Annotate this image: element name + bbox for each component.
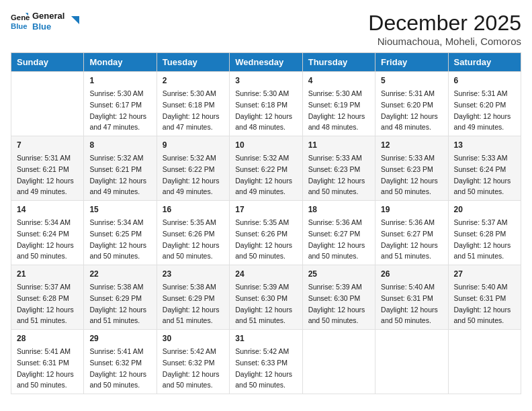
- week-row-1: 1Sunrise: 5:30 AM Sunset: 6:17 PM Daylig…: [11, 72, 521, 136]
- day-info: Sunrise: 5:41 AM Sunset: 6:32 PM Dayligh…: [89, 347, 146, 389]
- day-number: 8: [89, 139, 150, 151]
- day-info: Sunrise: 5:31 AM Sunset: 6:20 PM Dayligh…: [381, 89, 438, 131]
- day-number: 26: [381, 268, 442, 280]
- col-header-friday: Friday: [375, 53, 448, 72]
- day-number: 17: [235, 203, 296, 216]
- day-cell: 18Sunrise: 5:36 AM Sunset: 6:27 PM Dayli…: [302, 201, 375, 265]
- day-cell: 6Sunrise: 5:31 AM Sunset: 6:20 PM Daylig…: [448, 72, 521, 136]
- day-info: Sunrise: 5:36 AM Sunset: 6:27 PM Dayligh…: [381, 218, 438, 260]
- day-number: 12: [381, 139, 442, 151]
- day-cell: 20Sunrise: 5:37 AM Sunset: 6:28 PM Dayli…: [448, 201, 521, 265]
- day-cell: 27Sunrise: 5:40 AM Sunset: 6:31 PM Dayli…: [448, 265, 521, 330]
- day-info: Sunrise: 5:30 AM Sunset: 6:17 PM Dayligh…: [89, 89, 146, 131]
- day-cell: 30Sunrise: 5:42 AM Sunset: 6:32 PM Dayli…: [157, 330, 229, 394]
- col-header-tuesday: Tuesday: [157, 53, 229, 72]
- day-cell: 13Sunrise: 5:33 AM Sunset: 6:24 PM Dayli…: [448, 136, 521, 201]
- day-cell: 1Sunrise: 5:30 AM Sunset: 6:17 PM Daylig…: [84, 72, 157, 136]
- day-cell: 15Sunrise: 5:34 AM Sunset: 6:25 PM Dayli…: [84, 201, 157, 265]
- day-cell: 4Sunrise: 5:30 AM Sunset: 6:19 PM Daylig…: [302, 72, 375, 136]
- day-info: Sunrise: 5:32 AM Sunset: 6:21 PM Dayligh…: [89, 154, 146, 195]
- day-cell: 22Sunrise: 5:38 AM Sunset: 6:29 PM Dayli…: [84, 265, 157, 330]
- calendar-title: December 2025: [368, 11, 521, 36]
- day-info: Sunrise: 5:30 AM Sunset: 6:19 PM Dayligh…: [308, 89, 365, 131]
- day-cell: 8Sunrise: 5:32 AM Sunset: 6:21 PM Daylig…: [84, 136, 157, 201]
- day-info: Sunrise: 5:33 AM Sunset: 6:23 PM Dayligh…: [308, 154, 365, 195]
- day-info: Sunrise: 5:35 AM Sunset: 6:26 PM Dayligh…: [163, 218, 220, 260]
- day-info: Sunrise: 5:40 AM Sunset: 6:31 PM Dayligh…: [454, 283, 511, 324]
- day-cell: 31Sunrise: 5:42 AM Sunset: 6:33 PM Dayli…: [230, 330, 302, 394]
- day-cell: 23Sunrise: 5:38 AM Sunset: 6:29 PM Dayli…: [157, 265, 229, 330]
- day-number: 4: [308, 75, 369, 87]
- day-cell: 14Sunrise: 5:34 AM Sunset: 6:24 PM Dayli…: [11, 201, 84, 265]
- day-number: 31: [235, 332, 296, 345]
- day-info: Sunrise: 5:41 AM Sunset: 6:31 PM Dayligh…: [17, 347, 74, 389]
- day-cell: 17Sunrise: 5:35 AM Sunset: 6:26 PM Dayli…: [230, 201, 302, 265]
- day-number: 18: [308, 203, 369, 216]
- day-number: 11: [308, 139, 369, 151]
- week-row-4: 21Sunrise: 5:37 AM Sunset: 6:28 PM Dayli…: [11, 265, 521, 330]
- day-info: Sunrise: 5:36 AM Sunset: 6:27 PM Dayligh…: [308, 218, 365, 260]
- day-number: 15: [89, 203, 150, 216]
- day-number: 1: [89, 75, 150, 87]
- day-cell: 28Sunrise: 5:41 AM Sunset: 6:31 PM Dayli…: [11, 330, 84, 394]
- day-cell: [448, 330, 521, 394]
- day-cell: 19Sunrise: 5:36 AM Sunset: 6:27 PM Dayli…: [375, 201, 448, 265]
- day-cell: 12Sunrise: 5:33 AM Sunset: 6:23 PM Dayli…: [375, 136, 448, 201]
- day-number: 21: [17, 268, 78, 280]
- page-header: General Blue General Blue December 2025 …: [11, 11, 521, 47]
- week-row-2: 7Sunrise: 5:31 AM Sunset: 6:21 PM Daylig…: [11, 136, 521, 201]
- day-info: Sunrise: 5:32 AM Sunset: 6:22 PM Dayligh…: [163, 154, 220, 195]
- day-info: Sunrise: 5:37 AM Sunset: 6:28 PM Dayligh…: [454, 218, 511, 260]
- week-row-3: 14Sunrise: 5:34 AM Sunset: 6:24 PM Dayli…: [11, 201, 521, 265]
- day-cell: 10Sunrise: 5:32 AM Sunset: 6:22 PM Dayli…: [230, 136, 302, 201]
- week-row-5: 28Sunrise: 5:41 AM Sunset: 6:31 PM Dayli…: [11, 330, 521, 394]
- day-cell: 21Sunrise: 5:37 AM Sunset: 6:28 PM Dayli…: [11, 265, 84, 330]
- day-info: Sunrise: 5:33 AM Sunset: 6:23 PM Dayligh…: [381, 154, 438, 195]
- day-cell: 29Sunrise: 5:41 AM Sunset: 6:32 PM Dayli…: [84, 330, 157, 394]
- day-info: Sunrise: 5:31 AM Sunset: 6:20 PM Dayligh…: [454, 89, 511, 131]
- day-number: 7: [17, 139, 78, 151]
- day-number: 14: [17, 203, 78, 216]
- col-header-monday: Monday: [84, 53, 157, 72]
- day-number: 25: [308, 268, 369, 280]
- svg-marker-3: [71, 16, 79, 24]
- col-header-saturday: Saturday: [448, 53, 521, 72]
- day-info: Sunrise: 5:37 AM Sunset: 6:28 PM Dayligh…: [17, 283, 74, 324]
- day-info: Sunrise: 5:42 AM Sunset: 6:33 PM Dayligh…: [235, 347, 292, 389]
- svg-text:Blue: Blue: [11, 21, 28, 30]
- day-cell: [11, 72, 84, 136]
- day-number: 13: [454, 139, 515, 151]
- day-cell: 9Sunrise: 5:32 AM Sunset: 6:22 PM Daylig…: [157, 136, 229, 201]
- day-info: Sunrise: 5:34 AM Sunset: 6:25 PM Dayligh…: [89, 218, 146, 260]
- day-number: 20: [454, 203, 515, 216]
- day-info: Sunrise: 5:30 AM Sunset: 6:18 PM Dayligh…: [163, 89, 220, 131]
- logo: General Blue General Blue: [11, 11, 81, 32]
- day-info: Sunrise: 5:40 AM Sunset: 6:31 PM Dayligh…: [381, 283, 438, 324]
- day-number: 10: [235, 139, 296, 151]
- logo-arrow-icon: [67, 15, 81, 28]
- day-info: Sunrise: 5:42 AM Sunset: 6:32 PM Dayligh…: [163, 347, 220, 389]
- day-number: 24: [235, 268, 296, 280]
- day-cell: 3Sunrise: 5:30 AM Sunset: 6:18 PM Daylig…: [230, 72, 302, 136]
- day-number: 30: [163, 332, 224, 345]
- day-info: Sunrise: 5:31 AM Sunset: 6:21 PM Dayligh…: [17, 154, 74, 195]
- day-cell: [375, 330, 448, 394]
- day-number: 16: [163, 203, 224, 216]
- day-info: Sunrise: 5:34 AM Sunset: 6:24 PM Dayligh…: [17, 218, 74, 260]
- col-header-wednesday: Wednesday: [230, 53, 302, 72]
- day-info: Sunrise: 5:32 AM Sunset: 6:22 PM Dayligh…: [235, 154, 292, 195]
- day-cell: 25Sunrise: 5:39 AM Sunset: 6:30 PM Dayli…: [302, 265, 375, 330]
- day-number: 23: [163, 268, 224, 280]
- day-cell: 11Sunrise: 5:33 AM Sunset: 6:23 PM Dayli…: [302, 136, 375, 201]
- day-cell: 16Sunrise: 5:35 AM Sunset: 6:26 PM Dayli…: [157, 201, 229, 265]
- col-header-sunday: Sunday: [11, 53, 84, 72]
- day-info: Sunrise: 5:38 AM Sunset: 6:29 PM Dayligh…: [89, 283, 146, 324]
- day-info: Sunrise: 5:39 AM Sunset: 6:30 PM Dayligh…: [308, 283, 365, 324]
- svg-text:General: General: [11, 13, 30, 21]
- header-row: SundayMondayTuesdayWednesdayThursdayFrid…: [11, 53, 521, 72]
- day-number: 28: [17, 332, 78, 345]
- day-cell: 7Sunrise: 5:31 AM Sunset: 6:21 PM Daylig…: [11, 136, 84, 201]
- day-info: Sunrise: 5:35 AM Sunset: 6:26 PM Dayligh…: [235, 218, 292, 260]
- day-number: 19: [381, 203, 442, 216]
- day-cell: 26Sunrise: 5:40 AM Sunset: 6:31 PM Dayli…: [375, 265, 448, 330]
